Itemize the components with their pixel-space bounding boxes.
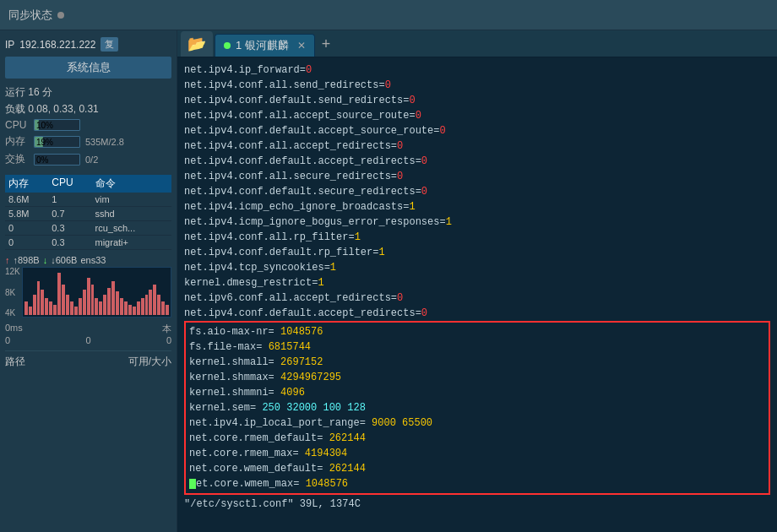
- latency-ms: 0ms: [5, 323, 23, 335]
- tab-dot-icon: [224, 42, 231, 49]
- cpu-label: CPU: [5, 119, 29, 131]
- net-bar: [149, 290, 152, 315]
- cursor: [189, 479, 196, 489]
- sync-dot-icon: [57, 12, 64, 19]
- latency-val3: 0: [166, 335, 171, 345]
- proc-cmd: vim: [92, 193, 172, 206]
- net-bar: [49, 301, 52, 315]
- latency-val1: 0: [5, 335, 10, 345]
- main-layout: IP 192.168.221.222 复 系统信息 运行 16 分 负载 0.0…: [0, 30, 777, 532]
- net-bar: [103, 295, 106, 315]
- net-bar: [141, 298, 144, 315]
- path-label: 路径: [5, 355, 89, 369]
- tab-add-button[interactable]: +: [315, 32, 338, 57]
- path-size-label: 可用/大小: [89, 355, 172, 369]
- net-header: ↑ ↑898B ↓ ↓606B ens33: [5, 255, 171, 265]
- process-table: 内存 CPU 命令 8.6M 1 vim 5.8M 0.7 sshd 0 0.3…: [5, 175, 171, 250]
- swap-label: 交换: [5, 152, 29, 166]
- tab-bar: 📂 1 银河麒麟 ✕ +: [177, 30, 777, 57]
- tab-close-button[interactable]: ✕: [297, 40, 306, 52]
- top-bar: 同步状态: [0, 0, 777, 30]
- right-panel: 📂 1 银河麒麟 ✕ + net.ipv4.ip_forward=0 net.i…: [177, 30, 777, 532]
- terminal[interactable]: net.ipv4.ip_forward=0 net.ipv4.conf.all.…: [177, 57, 777, 532]
- term-line: net.ipv4.conf.default.accept_source_rout…: [184, 123, 770, 138]
- swap-progress-bg: 0%: [34, 154, 80, 166]
- term-line: fs.aio-max-nr= 1048576: [186, 324, 769, 339]
- proc-cpu: 0.7: [48, 207, 91, 220]
- net-bar: [116, 291, 119, 315]
- net-bar: [41, 290, 44, 315]
- proc-header-cmd: 命令: [92, 175, 172, 193]
- net-bar: [62, 285, 65, 315]
- copy-button[interactable]: 复: [101, 37, 118, 52]
- net-bar: [91, 285, 95, 315]
- net-bar: [74, 307, 78, 315]
- swap-row: 交换 0% 0/2: [5, 152, 171, 166]
- proc-mem: 8.6M: [5, 193, 48, 206]
- table-row: 0 0.3 rcu_sch...: [5, 221, 171, 236]
- term-line: et.core.wmem_max= 1048576: [186, 476, 769, 491]
- proc-cpu: 1: [48, 193, 91, 206]
- term-line: net.core.rmem_default= 262144: [186, 431, 769, 446]
- term-line: net.ipv4.conf.default.rp_filter=1: [184, 245, 770, 260]
- net-bar: [57, 273, 61, 315]
- net-label-12k: 12K: [5, 267, 20, 276]
- mem-row: 内存 19% 535M/2.8: [5, 134, 171, 149]
- network-section: ↑ ↑898B ↓ ↓606B ens33 12K 8K 4K: [5, 255, 171, 318]
- folder-tab[interactable]: 📂: [181, 31, 213, 57]
- net-bar: [24, 301, 28, 315]
- net-down: ↓606B: [51, 255, 77, 265]
- term-line: net.ipv4.conf.all.send_redirects=0: [184, 78, 770, 93]
- ip-row: IP 192.168.221.222 复: [5, 37, 171, 52]
- term-line: net.ipv4.ip_local_port_range= 9000 65500: [186, 415, 769, 431]
- net-bar: [133, 307, 136, 315]
- download-arrow-icon: ↓: [43, 255, 48, 265]
- cpu-row: CPU 10%: [5, 119, 171, 131]
- proc-header-cpu: CPU: [48, 175, 91, 193]
- latency-right: 本: [162, 323, 171, 335]
- proc-header: 内存 CPU 命令: [5, 175, 171, 193]
- net-bar: [79, 298, 82, 315]
- net-bar: [128, 305, 132, 315]
- path-section: 路径 可用/大小: [5, 350, 171, 369]
- term-line: net.ipv4.conf.default.secure_redirects=0: [184, 184, 770, 199]
- net-bar: [45, 298, 48, 315]
- net-label-8k: 8K: [5, 288, 20, 297]
- net-label-4k: 4K: [5, 308, 20, 318]
- net-graph-wrapper: 12K 8K 4K: [5, 267, 171, 318]
- net-graph: [22, 267, 171, 318]
- mem-detail: 535M/2.8: [85, 137, 124, 147]
- net-bar: [166, 305, 169, 315]
- table-row: 5.8M 0.7 sshd: [5, 207, 171, 221]
- tab-label: 1 银河麒麟: [236, 38, 289, 53]
- net-bar: [53, 305, 57, 315]
- term-line: net.ipv4.conf.all.accept_source_route=0: [184, 108, 770, 123]
- net-bar: [124, 301, 128, 315]
- term-line: kernel.sem= 250 32000 100 128: [186, 400, 769, 415]
- ip-value: 192.168.221.222: [19, 39, 95, 51]
- term-line: net.ipv4.conf.all.secure_redirects=0: [184, 169, 770, 184]
- net-up: ↑898B: [14, 255, 40, 265]
- term-line: fs.file-max= 6815744: [186, 339, 769, 355]
- net-bar: [66, 295, 69, 315]
- tab-item-1[interactable]: 1 银河麒麟 ✕: [215, 34, 315, 57]
- net-bar: [83, 290, 86, 315]
- latency-val2: 0: [85, 335, 90, 345]
- table-row: 0 0.3 migrati+: [5, 236, 171, 250]
- term-line: net.ipv4.ip_forward=0: [184, 62, 770, 78]
- net-bar: [33, 295, 36, 315]
- term-line: kernel.shmall= 2697152: [186, 355, 769, 370]
- proc-cpu: 0.3: [48, 221, 91, 235]
- proc-cmd: migrati+: [92, 236, 172, 249]
- net-labels: 12K 8K 4K: [5, 267, 20, 318]
- term-line: net.ipv4.tcp_syncookies=1: [184, 260, 770, 275]
- net-bar: [107, 288, 111, 315]
- term-line: net.ipv4.conf.default.accept_redirects=0: [184, 154, 770, 169]
- upload-arrow-icon: ↑: [5, 255, 10, 265]
- sys-info-button[interactable]: 系统信息: [5, 57, 171, 79]
- swap-pct-text: 0%: [36, 155, 48, 166]
- proc-cpu: 0.3: [48, 236, 91, 249]
- swap-detail: 0/2: [85, 155, 98, 165]
- proc-mem: 5.8M: [5, 207, 48, 220]
- latency-values: 0 0 0: [5, 335, 171, 345]
